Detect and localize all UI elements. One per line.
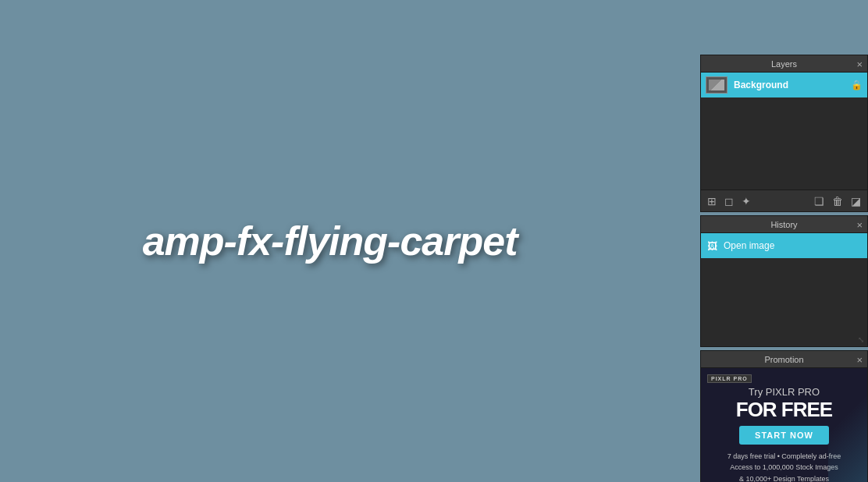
layer-name: Background: [734, 80, 845, 90]
duplicate-button[interactable]: ❏: [813, 193, 826, 209]
layer-thumbnail: [706, 76, 727, 94]
history-item-icon: 🖼: [707, 240, 717, 252]
promo-panel-title: Promotion: [764, 355, 803, 364]
promo-logo-badge: PIXLR PRO: [707, 374, 752, 383]
history-resize-handle[interactable]: ⤡: [858, 335, 864, 344]
layers-panel-header: Layers ×: [701, 55, 867, 73]
promotion-panel: Promotion × PIXLR PRO Try PIXLR PRO FOR …: [700, 350, 868, 482]
layers-content: Background 🔒: [701, 73, 867, 190]
merge-button[interactable]: ◪: [849, 193, 863, 209]
promo-panel-header: Promotion ×: [701, 351, 867, 368]
style-button[interactable]: ✦: [740, 193, 752, 209]
promo-logo: PIXLR PRO: [707, 374, 861, 383]
history-row[interactable]: 🖼 Open image: [701, 233, 867, 258]
history-panel: History × 🖼 Open image ⤡: [700, 215, 868, 347]
promo-sub-line1: 7 days free trial • Completely ad-free: [707, 451, 861, 462]
layers-panel: Layers × Background 🔒 ⊞ ◻ ✦ ❏ 🗑 ◪: [700, 55, 868, 212]
add-layer-button[interactable]: ⊞: [706, 193, 718, 209]
layer-row[interactable]: Background 🔒: [701, 73, 867, 97]
layer-lock-icon: 🔒: [851, 80, 863, 90]
history-panel-title: History: [770, 220, 797, 229]
layers-empty-area: [701, 97, 867, 190]
history-item-label: Open image: [724, 240, 774, 251]
history-content: 🖼 Open image ⤡: [701, 233, 867, 346]
layers-toolbar: ⊞ ◻ ✦ ❏ 🗑 ◪: [701, 190, 867, 211]
history-empty-area: [701, 258, 867, 346]
promo-sub-text: 7 days free trial • Completely ad-free A…: [707, 451, 861, 482]
promo-sub-line3: & 10,000+ Design Templates: [707, 473, 861, 482]
promo-content: PIXLR PRO Try PIXLR PRO FOR FREE START N…: [701, 368, 867, 482]
layers-close-button[interactable]: ×: [856, 58, 863, 69]
delete-layer-button[interactable]: 🗑: [831, 193, 845, 209]
panels-container: Layers × Background 🔒 ⊞ ◻ ✦ ❏ 🗑 ◪ His: [700, 55, 868, 482]
promo-start-button[interactable]: START NOW: [739, 426, 829, 445]
layers-panel-title: Layers: [771, 59, 797, 69]
mask-button[interactable]: ◻: [723, 193, 735, 209]
history-close-button[interactable]: ×: [856, 219, 863, 229]
promo-close-button[interactable]: ×: [856, 354, 863, 364]
promo-main-text: FOR FREE: [707, 399, 861, 420]
canvas-title: amp-fx-flying-carpet: [143, 218, 518, 264]
promo-sub-line2: Access to 1,000,000 Stock Images: [707, 462, 861, 473]
history-panel-header: History ×: [701, 216, 867, 233]
layer-thumb-inner: [709, 80, 724, 90]
promo-try-text: Try PIXLR PRO: [707, 386, 861, 398]
